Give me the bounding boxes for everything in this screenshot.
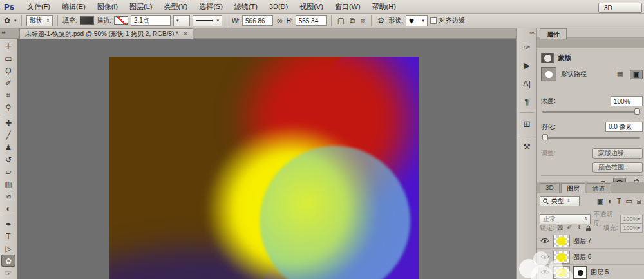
shape-path-thumbnail[interactable] bbox=[541, 67, 556, 81]
document-canvas[interactable] bbox=[109, 57, 419, 279]
dodge-tool[interactable]: ◐ bbox=[1, 202, 15, 215]
path-operations-icon[interactable]: ▢ bbox=[336, 16, 346, 25]
layer-name[interactable]: 图层 6 bbox=[573, 253, 591, 262]
brush-presets-panel-icon[interactable]: ✑ bbox=[519, 39, 535, 55]
custom-shape-picker[interactable]: ♥ ▾ bbox=[406, 15, 428, 26]
feather-label: 羽化: bbox=[541, 122, 556, 131]
feather-slider-handle[interactable] bbox=[542, 134, 548, 140]
menu-view[interactable]: 视图(V) bbox=[294, 1, 328, 13]
lock-position-icon[interactable]: ✛ bbox=[576, 224, 582, 232]
feather-slider[interactable] bbox=[542, 137, 640, 139]
tool-presets-panel-icon[interactable]: ⚒ bbox=[519, 139, 535, 154]
visibility-eye-icon[interactable] bbox=[540, 236, 550, 246]
fill-swatch[interactable] bbox=[80, 16, 94, 25]
density-field[interactable]: 100% bbox=[611, 96, 643, 106]
shape-height-field[interactable]: 555.34 bbox=[296, 15, 327, 26]
lock-all-icon[interactable] bbox=[585, 224, 591, 232]
move-tool[interactable]: ✛ bbox=[1, 40, 15, 52]
fill-opacity-field[interactable]: 100% ▾ bbox=[620, 223, 643, 233]
tab-properties[interactable]: 属性 bbox=[540, 28, 567, 39]
history-brush-tool[interactable]: ↺ bbox=[1, 153, 15, 166]
feather-field[interactable]: 0.0 像素 bbox=[605, 122, 643, 132]
tool-preset-icon[interactable]: ✿ bbox=[3, 16, 12, 25]
menu-edit[interactable]: 编辑(E) bbox=[57, 1, 91, 13]
crop-tool[interactable]: ⌗ bbox=[1, 89, 15, 101]
layer-row-7[interactable]: 图层 7 bbox=[537, 233, 644, 249]
menu-3d[interactable]: 3D(D) bbox=[264, 1, 293, 12]
filter-shape-icon[interactable]: ▭ bbox=[626, 197, 632, 206]
color-range-button[interactable]: 颜色范围... bbox=[592, 162, 643, 173]
layer-name[interactable]: 图层 7 bbox=[573, 236, 591, 245]
align-edges-checkbox[interactable] bbox=[430, 17, 437, 24]
canvas-workspace[interactable] bbox=[17, 39, 516, 279]
filter-pixel-icon[interactable]: ▣ bbox=[597, 197, 603, 206]
custom-shape-tool[interactable]: ✿ bbox=[1, 255, 15, 267]
menu-bar: Ps 文件(F) 编辑(E) 图像(I) 图层(L) 类型(Y) 选择(S) 滤… bbox=[0, 0, 644, 14]
mask-edge-button[interactable]: 蒙版边缘... bbox=[592, 148, 643, 159]
tab-channels[interactable]: 通道 bbox=[587, 183, 611, 193]
color-range-label: 颜色范围... bbox=[598, 163, 629, 172]
quick-select-tool[interactable]: ✐ bbox=[1, 77, 15, 89]
tool-preset-arrow[interactable]: ▾ bbox=[14, 18, 17, 23]
menu-image[interactable]: 图像(I) bbox=[92, 1, 123, 13]
menu-filter[interactable]: 滤镜(T) bbox=[229, 1, 263, 13]
clone-source-panel-icon[interactable]: ⊞ bbox=[519, 116, 535, 131]
clone-stamp-tool[interactable]: ♟ bbox=[1, 141, 15, 153]
add-pixel-mask-icon[interactable]: ▦ bbox=[614, 70, 627, 79]
stroke-width-dropdown[interactable]: ▾ bbox=[173, 15, 190, 26]
shape-height-value: 555.34 bbox=[299, 17, 319, 24]
lock-transparent-icon[interactable]: ▨ bbox=[557, 224, 563, 232]
menu-layer[interactable]: 图层(L) bbox=[124, 1, 157, 13]
layer-filter-dropdown[interactable]: 类型 ⇕ bbox=[540, 196, 580, 206]
stroke-swatch[interactable] bbox=[114, 16, 128, 25]
density-slider[interactable] bbox=[542, 111, 640, 113]
menu-help[interactable]: 帮助(H) bbox=[367, 1, 401, 13]
gear-icon[interactable]: ⚙ bbox=[376, 16, 386, 25]
lock-label: 锁定: bbox=[540, 224, 554, 233]
pen-tool[interactable]: ✒ bbox=[1, 218, 15, 230]
shape-width-field[interactable]: 566.86 bbox=[242, 15, 273, 26]
tab-3d[interactable]: 3D bbox=[540, 183, 560, 193]
lock-pixels-icon[interactable]: ✐ bbox=[567, 224, 572, 232]
brush-tool[interactable]: ╱ bbox=[1, 129, 15, 141]
filter-adjustment-icon[interactable]: ◐ bbox=[608, 197, 612, 206]
gradient-tool[interactable]: ▥ bbox=[1, 178, 15, 190]
document-tab[interactable]: 未标题-1-恢复的.psd @ 50% (形状 1 拷贝 2, RGB/8) *… bbox=[19, 28, 193, 39]
eyedropper-tool[interactable]: ⚲ bbox=[1, 101, 15, 113]
paragraph-panel-icon[interactable]: ¶ bbox=[519, 93, 535, 109]
mask-thumbnail[interactable] bbox=[541, 53, 554, 63]
workspace-switcher[interactable]: 3D bbox=[598, 3, 642, 13]
type-tool[interactable]: T bbox=[1, 230, 15, 242]
path-arrange-icon[interactable]: ⧈ bbox=[359, 16, 367, 25]
healing-brush-tool[interactable]: ✚ bbox=[1, 117, 15, 129]
filter-type-icon[interactable]: T bbox=[617, 197, 621, 206]
watermark bbox=[533, 251, 549, 267]
expand-panels-icon[interactable]: «« bbox=[529, 30, 534, 35]
tab-layers[interactable]: 图层 bbox=[561, 183, 585, 193]
link-dimensions-icon[interactable]: ∞ bbox=[276, 16, 284, 25]
hand-tool[interactable]: ☞ bbox=[1, 267, 15, 279]
stroke-type-dropdown[interactable]: ▾ bbox=[193, 15, 222, 26]
path-alignment-icon[interactable]: ⧉ bbox=[348, 16, 357, 25]
marquee-tool[interactable]: ▭ bbox=[1, 52, 15, 64]
add-vector-mask-icon[interactable]: ▣ bbox=[630, 70, 643, 79]
layer-thumbnail[interactable] bbox=[553, 235, 570, 247]
menu-file[interactable]: 文件(F) bbox=[22, 1, 55, 13]
menu-select[interactable]: 选择(S) bbox=[194, 1, 228, 13]
vector-mask-thumbnail[interactable] bbox=[573, 266, 587, 279]
menu-type[interactable]: 类型(Y) bbox=[158, 1, 193, 13]
actions-panel-icon[interactable]: ▶ bbox=[519, 57, 535, 73]
density-slider-handle[interactable] bbox=[634, 108, 640, 115]
path-select-tool[interactable]: ▷ bbox=[1, 242, 15, 255]
character-panel-icon[interactable]: A| bbox=[519, 75, 535, 91]
stroke-width-field[interactable]: 2.1点 bbox=[131, 15, 171, 26]
smudge-tool[interactable]: ≋ bbox=[1, 190, 15, 202]
layer-name[interactable]: 图层 5 bbox=[591, 268, 609, 277]
eraser-tool[interactable]: ▱ bbox=[1, 166, 15, 178]
lasso-tool[interactable]: Ǫ bbox=[1, 64, 15, 77]
toolbar-collapse-icon[interactable]: ▸▸ bbox=[2, 30, 5, 35]
menu-window[interactable]: 窗口(W) bbox=[330, 1, 366, 13]
close-icon[interactable]: × bbox=[184, 30, 187, 37]
filter-smart-icon[interactable]: ⧈ bbox=[637, 197, 641, 206]
tool-mode-select[interactable]: 形状 ⇕ bbox=[26, 15, 53, 26]
